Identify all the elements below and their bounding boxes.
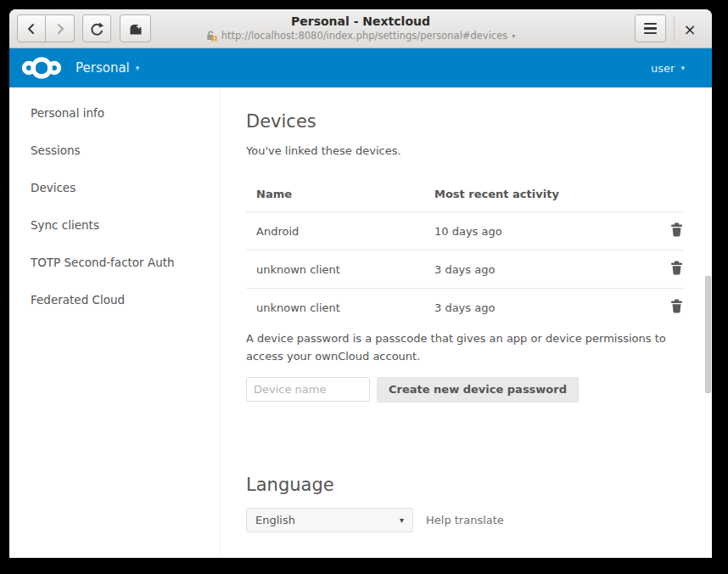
column-header-actions [641, 181, 683, 212]
devices-table: Name Most recent activity Android 10 day… [246, 181, 683, 326]
help-translate-link[interactable]: Help translate [426, 514, 504, 526]
language-heading: Language [246, 475, 712, 495]
user-menu-caret-icon: ▾ [680, 64, 685, 72]
sidebar-item-devices[interactable]: Devices [9, 169, 220, 206]
titlebar-separator [674, 16, 675, 42]
new-tab-icon [128, 22, 143, 36]
back-icon [24, 21, 39, 37]
titlebar: Personal - Nextcloud http://localhost:80… [9, 9, 712, 48]
delete-device-button[interactable] [670, 222, 683, 239]
devices-heading: Devices [246, 111, 712, 132]
user-menu-label: user [651, 62, 675, 75]
create-device-password-button[interactable]: Create new device password [377, 377, 579, 402]
app-menu-caret-icon: ▾ [136, 64, 140, 72]
sidebar-item-sessions[interactable]: Sessions [9, 132, 220, 169]
nextcloud-header: Personal ▾ user ▾ [9, 48, 712, 87]
sidebar-item-personal-info[interactable]: Personal info [9, 94, 220, 132]
trash-icon [670, 261, 683, 275]
new-tab-button[interactable] [120, 14, 151, 42]
device-name: unknown client [246, 289, 424, 327]
insecure-lock-icon [206, 31, 217, 42]
language-selected-value: English [255, 514, 295, 526]
device-name-input[interactable] [246, 377, 370, 402]
nextcloud-logo-icon [21, 55, 62, 81]
settings-content: Devices You've linked these devices. Nam… [221, 87, 712, 558]
column-header-name: Name [246, 181, 424, 212]
device-password-hint: A device password is a passcode that giv… [246, 330, 679, 366]
device-activity: 10 days ago [424, 212, 641, 250]
back-button[interactable] [17, 14, 46, 42]
user-menu[interactable]: user ▾ [651, 62, 685, 75]
settings-sidebar: Personal info Sessions Devices Sync clie… [9, 87, 221, 558]
delete-device-button[interactable] [670, 261, 683, 278]
url-text: http://localhost:8080/index.php/settings… [221, 30, 508, 42]
app-menu-label: Personal [76, 60, 130, 76]
close-button[interactable]: × [679, 18, 701, 40]
browser-window: Personal - Nextcloud http://localhost:80… [9, 9, 712, 558]
language-select[interactable]: English ▾ [246, 508, 413, 532]
sidebar-item-federated-cloud[interactable]: Federated Cloud [9, 281, 220, 318]
trash-icon [670, 222, 683, 237]
device-name: unknown client [246, 250, 424, 289]
device-password-form: Create new device password [246, 377, 712, 402]
device-activity: 3 days ago [424, 250, 641, 289]
forward-icon [53, 21, 68, 37]
devices-subheading: You've linked these devices. [246, 144, 712, 157]
trash-icon [670, 299, 683, 313]
page-body: Personal info Sessions Devices Sync clie… [9, 87, 712, 558]
url-caret-icon[interactable]: ▾ [512, 32, 515, 40]
url-bar[interactable]: http://localhost:8080/index.php/settings… [165, 30, 556, 42]
table-row: unknown client 3 days ago [246, 250, 683, 289]
table-row: unknown client 3 days ago [246, 289, 683, 327]
reload-button[interactable] [82, 14, 111, 42]
dropdown-caret-icon: ▾ [400, 515, 404, 525]
hamburger-icon [644, 23, 657, 35]
app-menu[interactable]: Personal ▾ [76, 60, 139, 76]
device-activity: 3 days ago [424, 289, 641, 327]
scrollbar-thumb[interactable] [705, 276, 711, 393]
table-row: Android 10 days ago [246, 212, 683, 250]
reload-icon [89, 21, 104, 37]
delete-device-button[interactable] [670, 299, 683, 316]
forward-button[interactable] [46, 14, 75, 42]
window-title: Personal - Nextcloud [165, 14, 556, 29]
sidebar-item-totp[interactable]: TOTP Second-factor Auth [9, 244, 220, 281]
sidebar-item-sync-clients[interactable]: Sync clients [9, 206, 220, 244]
nav-button-group [17, 14, 75, 42]
device-name: Android [246, 212, 424, 250]
language-row: English ▾ Help translate [246, 508, 712, 532]
column-header-activity: Most recent activity [424, 181, 641, 212]
title-block: Personal - Nextcloud http://localhost:80… [165, 14, 556, 42]
menu-button[interactable] [635, 14, 666, 42]
